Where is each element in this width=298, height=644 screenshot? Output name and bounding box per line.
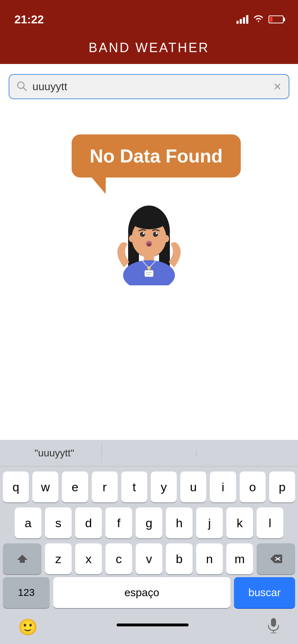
svg-point-14	[147, 243, 151, 247]
autocomplete-row: "uuuyytt"	[0, 440, 298, 466]
key-x[interactable]: x	[75, 543, 102, 574]
wifi-icon	[253, 14, 263, 24]
signal-icon	[236, 15, 248, 24]
keyboard-area: "uuuyytt" q w e r t y u i o p a s d f g …	[0, 440, 298, 644]
key-s[interactable]: s	[45, 507, 72, 538]
no-data-area: No Data Found	[0, 109, 298, 310]
no-data-message: No Data Found	[90, 146, 223, 166]
search-input[interactable]: uuuyytt	[32, 80, 267, 93]
search-icon	[17, 81, 27, 93]
app-header: BAND WEATHER	[0, 32, 298, 64]
bottom-row: 123 espaço buscar	[0, 577, 298, 608]
character-illustration	[95, 185, 203, 285]
key-c[interactable]: c	[105, 543, 132, 574]
status-bar: 21:22	[0, 0, 298, 32]
key-q[interactable]: q	[3, 472, 29, 502]
key-u[interactable]: u	[180, 472, 206, 502]
key-k[interactable]: k	[226, 507, 253, 538]
key-j[interactable]: j	[196, 507, 223, 538]
autocomplete-item-1[interactable]	[102, 450, 197, 457]
search-container: uuuyytt ✕	[0, 64, 298, 109]
key-z[interactable]: z	[45, 543, 72, 574]
backspace-key[interactable]	[257, 543, 295, 574]
key-n[interactable]: n	[196, 543, 223, 574]
svg-point-11	[143, 233, 145, 234]
shift-key[interactable]	[3, 543, 41, 574]
status-time: 21:22	[14, 13, 44, 26]
speech-bubble: No Data Found	[72, 134, 241, 178]
key-a[interactable]: a	[15, 507, 41, 538]
emoji-key[interactable]: 🙂	[18, 618, 38, 636]
svg-point-10	[153, 232, 158, 237]
key-row-3: z x c v b n m	[3, 543, 295, 574]
svg-point-16	[163, 235, 169, 242]
keyboard-rows: q w e r t y u i o p a s d f g h j k l	[0, 466, 298, 577]
key-row-2: a s d f g h j k l	[3, 507, 295, 538]
svg-point-15	[129, 235, 135, 242]
space-key[interactable]: espaço	[53, 577, 230, 608]
svg-rect-20	[145, 270, 153, 277]
key-h[interactable]: h	[166, 507, 193, 538]
svg-point-12	[156, 233, 158, 234]
home-indicator	[117, 624, 189, 626]
key-i[interactable]: i	[210, 472, 236, 502]
key-row-1: q w e r t y u i o p	[3, 472, 295, 502]
mic-key[interactable]	[267, 617, 280, 637]
key-t[interactable]: t	[121, 472, 147, 502]
autocomplete-item-0[interactable]: "uuuyytt"	[7, 444, 102, 463]
key-o[interactable]: o	[240, 472, 266, 502]
key-p[interactable]: p	[269, 472, 295, 502]
status-icons	[236, 14, 284, 24]
key-f[interactable]: f	[105, 507, 132, 538]
key-g[interactable]: g	[136, 507, 162, 538]
key-y[interactable]: y	[151, 472, 177, 502]
clear-icon[interactable]: ✕	[273, 81, 281, 93]
key-d[interactable]: d	[75, 507, 102, 538]
key-l[interactable]: l	[257, 507, 283, 538]
autocomplete-item-2[interactable]	[197, 450, 291, 457]
key-w[interactable]: w	[32, 472, 58, 502]
search-box[interactable]: uuuyytt ✕	[9, 74, 289, 99]
app-title: BAND WEATHER	[89, 40, 209, 55]
key-m[interactable]: m	[226, 543, 253, 574]
key-b[interactable]: b	[166, 543, 193, 574]
battery-icon	[268, 15, 284, 23]
svg-point-8	[132, 213, 166, 229]
search-key[interactable]: buscar	[234, 577, 295, 608]
key-e[interactable]: e	[62, 472, 88, 502]
key-123[interactable]: 123	[3, 577, 50, 608]
svg-line-1	[23, 88, 26, 91]
key-r[interactable]: r	[92, 472, 118, 502]
key-v[interactable]: v	[136, 543, 162, 574]
svg-point-9	[140, 232, 145, 237]
svg-rect-25	[271, 618, 276, 627]
emoji-row: 🙂	[0, 612, 298, 644]
